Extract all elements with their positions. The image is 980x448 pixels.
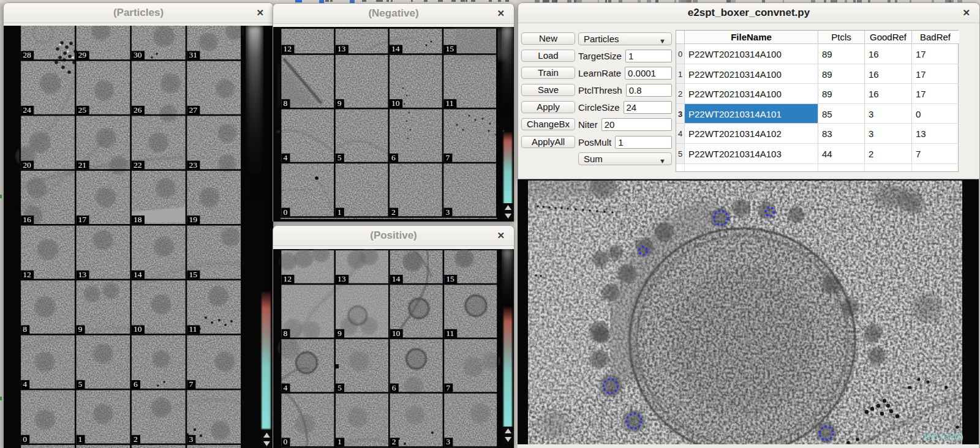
svg-text:9: 9 (337, 99, 342, 108)
svg-text:15: 15 (445, 44, 454, 53)
svg-text:3: 3 (189, 435, 193, 444)
svg-text:4: 4 (23, 379, 27, 389)
svg-text:25: 25 (78, 105, 87, 114)
svg-text:7: 7 (445, 153, 450, 162)
svg-text:19: 19 (189, 215, 197, 224)
svg-text:10: 10 (134, 324, 142, 334)
svg-text:5: 5 (337, 153, 342, 162)
svg-text:31: 31 (189, 50, 197, 59)
svg-text:14: 14 (134, 270, 142, 279)
svg-text:10: 10 (392, 329, 401, 338)
svg-text:0: 0 (284, 437, 288, 446)
svg-text:6: 6 (392, 383, 396, 392)
svg-text:1: 1 (78, 435, 83, 444)
svg-text:7: 7 (446, 383, 450, 392)
svg-text:12: 12 (23, 270, 31, 279)
svg-text:13: 13 (78, 270, 87, 279)
svg-text:6: 6 (134, 379, 138, 389)
svg-text:8: 8 (284, 329, 288, 338)
svg-text:27: 27 (189, 105, 197, 114)
svg-text:8: 8 (23, 324, 27, 334)
svg-text:20: 20 (23, 160, 31, 170)
svg-text:28: 28 (23, 50, 31, 59)
svg-text:2: 2 (392, 437, 396, 446)
svg-text:9: 9 (337, 329, 342, 338)
svg-text:12: 12 (284, 274, 292, 283)
svg-text:2: 2 (391, 207, 396, 217)
svg-text:11: 11 (445, 99, 453, 108)
svg-text:22: 22 (134, 160, 142, 170)
svg-text:10: 10 (391, 99, 400, 108)
svg-text:13: 13 (337, 44, 346, 53)
svg-text:1: 1 (337, 207, 342, 217)
svg-text:4: 4 (284, 383, 288, 392)
svg-text:160 (320): 160 (320) (922, 431, 963, 442)
svg-text:23: 23 (189, 160, 197, 170)
svg-text:7: 7 (189, 379, 193, 389)
svg-text:14: 14 (392, 274, 401, 283)
svg-text:11: 11 (446, 329, 454, 338)
svg-text:14: 14 (391, 44, 400, 53)
svg-text:5: 5 (337, 383, 342, 392)
svg-text:9: 9 (78, 324, 83, 334)
svg-text:0: 0 (284, 207, 288, 217)
svg-text:3: 3 (446, 437, 450, 446)
svg-text:17: 17 (78, 215, 87, 224)
svg-text:2: 2 (134, 435, 138, 444)
svg-text:24: 24 (23, 105, 31, 114)
svg-text:21: 21 (78, 160, 87, 170)
svg-text:4: 4 (284, 153, 288, 162)
svg-text:11: 11 (189, 324, 197, 334)
svg-text:15: 15 (189, 270, 197, 279)
svg-text:3: 3 (445, 207, 450, 217)
svg-text:15: 15 (446, 274, 454, 283)
svg-text:0: 0 (23, 435, 27, 444)
svg-text:5: 5 (78, 379, 83, 389)
svg-text:6: 6 (391, 153, 396, 162)
svg-text:1: 1 (337, 437, 342, 446)
svg-text:16: 16 (23, 215, 31, 224)
svg-text:29: 29 (78, 50, 87, 59)
svg-text:12: 12 (284, 44, 292, 53)
svg-text:26: 26 (134, 105, 142, 114)
svg-text:18: 18 (134, 215, 142, 224)
svg-text:13: 13 (337, 274, 346, 283)
svg-text:8: 8 (284, 99, 288, 108)
svg-text:30: 30 (134, 50, 142, 59)
